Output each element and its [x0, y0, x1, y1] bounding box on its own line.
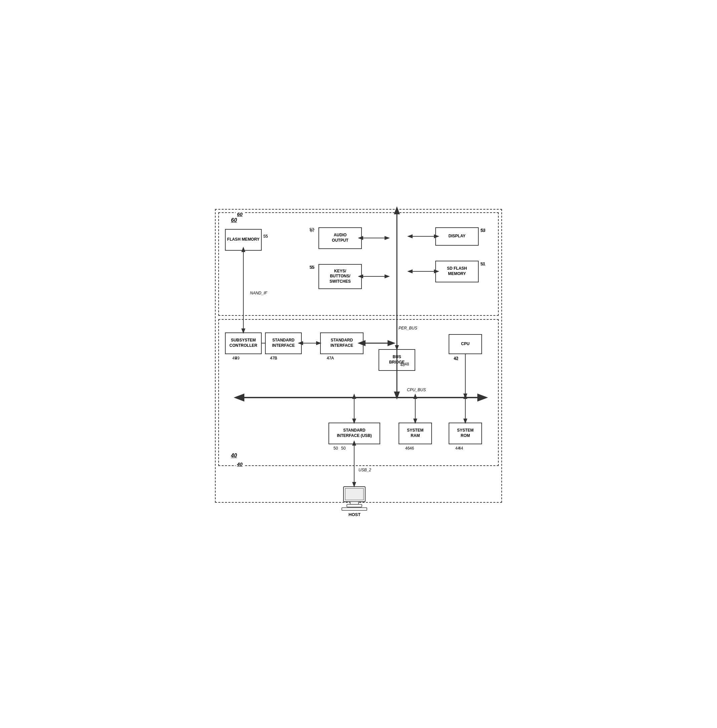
ref-48: 48 [404, 362, 409, 366]
svg-rect-2 [350, 502, 358, 504]
standard-interface-47a-box: STANDARDINTERFACE [320, 333, 363, 354]
system-ram-label: SYSTEMRAM [407, 428, 423, 438]
diagram-container: 60 40 FLASH MEMORY 55 AUDIOOUTPUT 57 DIS… [208, 206, 509, 523]
ref-55-keys: 55 [310, 265, 314, 270]
standard-interface-47b-box: STANDARDINTERFACE [265, 333, 302, 354]
standard-interface-47b-label: STANDARDINTERFACE [272, 338, 295, 348]
nand-if-label: NAND_IF [250, 291, 267, 295]
flash-memory-label: FLASH MEMORY [227, 237, 260, 242]
sd-flash-box: SD FLASHMEMORY [435, 261, 479, 282]
audio-output-box: AUDIOOUTPUT [319, 227, 362, 249]
region-60-label: 60 [231, 217, 237, 223]
ref-49: 49 [232, 356, 236, 360]
system-rom-box: SYSTEMROM [449, 423, 482, 444]
svg-rect-3 [347, 504, 362, 507]
sd-flash-label: SD FLASHMEMORY [447, 266, 467, 276]
svg-rect-1 [345, 488, 363, 500]
ref-51: 51 [481, 262, 485, 266]
system-ram-box: SYSTEMRAM [398, 423, 432, 444]
svg-rect-4 [342, 508, 367, 510]
cpu-box: CPU [449, 334, 482, 354]
audio-output-label: AUDIOOUTPUT [332, 233, 348, 243]
label-40: 40 [236, 461, 244, 467]
host-computer [339, 486, 370, 511]
usb-2-label: USB_2 [358, 468, 371, 472]
subsystem-controller-box: SUBSYSTEMCONTROLLER [225, 333, 262, 354]
keys-buttons-box: KEYS/BUTTONS/SWITCHES [319, 264, 362, 289]
bus-bridge-box: BUSBRIDGE [378, 349, 415, 371]
standard-interface-usb-box: STANDARDINTERFACE (USB) [328, 423, 380, 444]
ref-57: 57 [310, 227, 314, 232]
ref-44: 44 [459, 446, 463, 450]
standard-interface-47a-label: STANDARDINTERFACE [331, 338, 353, 348]
ref-50: 50 [341, 446, 345, 450]
cpu-label: CPU [461, 342, 469, 347]
ref-53: 53 [481, 228, 485, 233]
subsystem-controller-label: SUBSYSTEMCONTROLLER [229, 338, 257, 348]
host-label: HOST [348, 512, 360, 517]
keys-buttons-label: KEYS/BUTTONS/SWITCHES [330, 269, 351, 284]
standard-interface-usb-label: STANDARDINTERFACE (USB) [337, 428, 372, 438]
ref-47b: 47B [270, 356, 277, 360]
label-60: 60 [236, 211, 244, 217]
system-rom-label: SYSTEMROM [457, 428, 473, 438]
display-label: DISPLAY [449, 234, 466, 239]
bus-bridge-ref: 48 [400, 363, 404, 367]
ref-42: 42 [454, 357, 458, 361]
per-bus-label: PER_BUS [398, 326, 417, 330]
ref-46: 46 [410, 446, 414, 450]
cpu-bus-label: CPU_BUS [407, 388, 426, 392]
display-box: DISPLAY [435, 227, 479, 246]
ref-55-flash: 55 [263, 234, 268, 239]
region-40-label: 40 [231, 453, 237, 459]
flash-memory-box: FLASH MEMORY [225, 229, 262, 251]
system-ram-ref: 46 [405, 446, 410, 450]
ref-47a: 47A [327, 356, 334, 360]
standard-interface-usb-ref: 50 [334, 446, 338, 450]
